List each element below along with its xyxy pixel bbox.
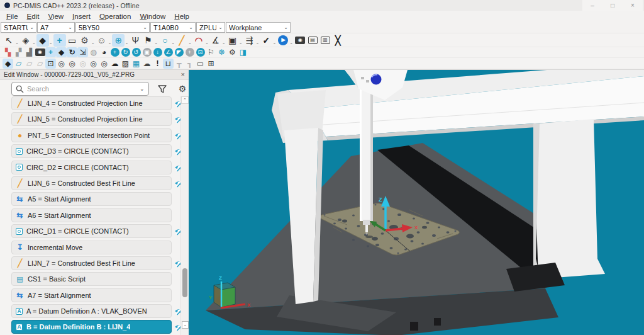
- view-spin-button[interactable]: ↺: [131, 47, 142, 57]
- minimize-button[interactable]: –: [582, 0, 602, 11]
- feature-item[interactable]: AA = Datum Definition A : VLAK_BOVEN: [11, 304, 180, 318]
- arc-feature-button[interactable]: ◠: [192, 34, 205, 47]
- edit-window-close-icon[interactable]: ×: [181, 71, 185, 78]
- dropdown-arrow-icon[interactable]: ⌄: [125, 40, 128, 45]
- zoom-fit-button[interactable]: ⇲: [77, 47, 88, 57]
- cad-ghost-button[interactable]: ▱: [24, 59, 35, 69]
- rack-button[interactable]: ┳: [174, 59, 184, 69]
- filter-button[interactable]: [157, 82, 169, 95]
- pattern-button[interactable]: ▣: [226, 34, 239, 47]
- dropdown-arrow-icon[interactable]: ⌄: [256, 40, 260, 45]
- feature-item[interactable]: ╱LIJN_5 = Constructed Projection Line: [11, 112, 180, 126]
- search-box[interactable]: ⌄: [11, 82, 149, 96]
- path-lines-button[interactable]: ⇶: [243, 34, 256, 47]
- dropdown-arrow-icon[interactable]: ⌄: [222, 40, 226, 45]
- visibility-toggle[interactable]: [174, 307, 180, 315]
- feature-item[interactable]: CIRC_D3 = CIRCLE (CONTACT): [11, 144, 180, 158]
- menu-operation[interactable]: Operation: [95, 13, 136, 20]
- camera-button[interactable]: ◉: [294, 34, 306, 47]
- window-layout-2-button[interactable]: ▞: [13, 47, 24, 57]
- startup-alignment-combo[interactable]: STARTUP⌄: [1, 22, 36, 33]
- feature-row[interactable]: AA = Datum Definition A : VLAK_BOVEN: [11, 304, 172, 318]
- pan-view-button[interactable]: +: [45, 47, 56, 57]
- view-off-button[interactable]: +: [184, 47, 195, 57]
- menu-window[interactable]: Window: [135, 13, 170, 20]
- view-rotate-button[interactable]: ↻: [120, 47, 131, 57]
- feature-row[interactable]: CIRC_D1 = CIRCLE (CONTACT): [11, 224, 172, 238]
- operator-mode-button[interactable]: ☺: [96, 34, 108, 47]
- feature-item[interactable]: ●PNT_5 = Constructed Intersection Point: [11, 128, 180, 142]
- probe-angle-button[interactable]: ∠: [163, 47, 174, 57]
- feature-item[interactable]: CIRC_D2 = CIRCLE (CONTACT): [11, 161, 180, 174]
- rack-2-button[interactable]: ┓: [184, 59, 195, 69]
- report-window-button[interactable]: ▤: [306, 34, 319, 47]
- translate-mode-button[interactable]: +: [53, 34, 66, 47]
- visibility-toggle[interactable]: [174, 163, 180, 172]
- close-button[interactable]: ×: [623, 0, 643, 11]
- visibility-toggle[interactable]: [174, 227, 180, 236]
- comment-button[interactable]: ▭: [66, 34, 79, 47]
- feature-item[interactable]: ╱LIJN_7 = Constructed Best Fit Line: [11, 256, 180, 270]
- workplane-mode-combo[interactable]: Workplane⌄: [226, 22, 291, 33]
- window-layout-button[interactable]: ▚: [3, 47, 13, 57]
- dropdown-arrow-icon[interactable]: ⌄: [32, 40, 36, 45]
- feature-row[interactable]: ↧Incremental Move: [11, 241, 172, 254]
- view-lock-button[interactable]: ▣: [142, 47, 152, 57]
- feature-row[interactable]: ╱LIJN_6 = Constructed Best Fit Line: [11, 176, 172, 190]
- gear-cube-button[interactable]: ⊞: [206, 59, 216, 69]
- feature-control-button[interactable]: ⚑: [142, 34, 154, 47]
- visibility-toggle[interactable]: [174, 99, 180, 108]
- dropdown-arrow-icon[interactable]: ⌄: [205, 40, 209, 45]
- feature-item[interactable]: ↧Incremental Move: [11, 241, 180, 254]
- execute-button[interactable]: ▶: [277, 34, 289, 47]
- probe-mode-button[interactable]: ↖: [3, 34, 15, 47]
- menu-file[interactable]: File: [2, 13, 23, 20]
- view-setup-button[interactable]: ◈: [19, 34, 32, 47]
- feature-row[interactable]: CIRC_D3 = CIRCLE (CONTACT): [11, 144, 172, 158]
- cad-move-button[interactable]: ▱: [13, 59, 24, 69]
- search-dropdown-icon[interactable]: ⌄: [140, 86, 145, 92]
- dropdown-arrow-icon[interactable]: ⌄: [272, 40, 276, 45]
- auto-scale-button[interactable]: ╳: [331, 34, 344, 47]
- scroll-down-icon[interactable]: ⌄: [182, 321, 189, 329]
- dropdown-arrow-icon[interactable]: ⌄: [188, 40, 192, 45]
- feature-row[interactable]: AB = Datum Definition B : LIJN_4: [11, 320, 172, 334]
- pointcloud-button[interactable]: ☁: [109, 59, 120, 69]
- probe-tip-2-button[interactable]: ◎: [67, 59, 77, 69]
- cad-transform-button[interactable]: ⊡: [45, 59, 56, 69]
- probe-tip-5-button[interactable]: ◎: [99, 59, 109, 69]
- tip-combo[interactable]: T1A0B0⌄: [150, 22, 196, 33]
- visibility-toggle[interactable]: [174, 147, 180, 156]
- settings-button[interactable]: ⚙: [176, 82, 189, 95]
- rotate-view-button[interactable]: ◆: [56, 47, 67, 57]
- dropdown-arrow-icon[interactable]: ⌄: [108, 40, 112, 45]
- probe-options-button[interactable]: ⚙: [227, 47, 238, 57]
- visibility-toggle[interactable]: [174, 179, 180, 188]
- feature-row[interactable]: ●PNT_5 = Constructed Intersection Point: [11, 128, 172, 142]
- window-layout-3-button[interactable]: ▟: [24, 47, 35, 57]
- probe-tip-1-button[interactable]: ◎: [56, 59, 67, 69]
- visibility-toggle[interactable]: [174, 115, 180, 123]
- probe-position-button[interactable]: ⚐: [206, 47, 216, 57]
- active-alignment-combo[interactable]: A7⌄: [37, 22, 75, 33]
- feature-row[interactable]: ⇆A6 = Start Alignment: [11, 208, 172, 222]
- mesh-button[interactable]: ▦: [131, 59, 142, 69]
- list-scrollbar[interactable]: ⌃ ⌄: [180, 96, 189, 335]
- line-feature-button[interactable]: ╱: [175, 34, 188, 47]
- menu-view[interactable]: View: [43, 13, 68, 20]
- dropdown-arrow-icon[interactable]: ⌄: [15, 40, 19, 45]
- feature-item[interactable]: ⇆A7 = Start Alignment: [11, 288, 180, 302]
- refresh-view-button[interactable]: ↻: [67, 47, 77, 57]
- cad-view-button[interactable]: ◆: [36, 34, 49, 47]
- probe-down-button[interactable]: ↓: [152, 47, 163, 57]
- probe-tilt-button[interactable]: ◤: [174, 47, 184, 57]
- menu-help[interactable]: Help: [170, 13, 194, 20]
- point-feature-button[interactable]: ∡: [209, 34, 222, 47]
- feature-row[interactable]: ▤CS1 = Basic Script: [11, 272, 172, 286]
- probe-utilities-button[interactable]: Ψ: [129, 34, 142, 47]
- wire-sphere-button[interactable]: ◍: [88, 47, 99, 57]
- dropdown-arrow-icon[interactable]: ⌄: [91, 40, 95, 45]
- feature-row[interactable]: ╱LIJN_4 = Constructed Projection Line: [11, 96, 172, 110]
- menu-insert[interactable]: Insert: [68, 13, 95, 20]
- notes-button[interactable]: ▭: [195, 59, 206, 69]
